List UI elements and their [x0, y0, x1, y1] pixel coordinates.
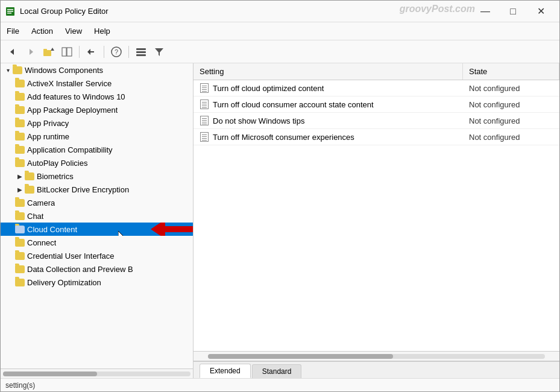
menu-view[interactable]: View	[59, 24, 88, 38]
folder-icon-app-privacy	[15, 118, 25, 128]
folder-icon-data-collection	[15, 264, 25, 274]
tree-item-camera[interactable]: Camera	[1, 196, 193, 209]
tree-item-biometrics[interactable]: ▶ Biometrics	[1, 169, 193, 183]
window-title: Local Group Policy Editor	[20, 7, 109, 16]
table-row[interactable]: Turn off cloud consumer account state co…	[193, 96, 559, 113]
up-button[interactable]	[40, 43, 57, 60]
svg-rect-15	[136, 48, 146, 50]
setting-header-cell: Setting	[193, 63, 463, 80]
back-button[interactable]	[4, 43, 21, 60]
tree-item-add-features[interactable]: Add features to Windows 10	[1, 90, 193, 103]
root-folder-icon	[13, 65, 22, 75]
folder-icon-bitlocker	[25, 185, 34, 194]
toolbar-separator-1	[79, 46, 80, 58]
tree-root-item[interactable]: ▾ Windows Components	[1, 63, 193, 77]
folder-icon-add-features	[15, 92, 25, 101]
status-bar: setting(s)	[1, 378, 559, 391]
tab-extended[interactable]: Extended	[200, 364, 251, 378]
main-content: ▾ Windows Components ActiveX Installer S…	[1, 63, 559, 378]
tab-standard[interactable]: Standard	[252, 364, 302, 378]
tree-item-delivery-opt[interactable]: Delivery Optimization	[1, 276, 193, 289]
setting-name-1: Turn off cloud consumer account state co…	[193, 96, 463, 112]
tree-label-bitlocker: BitLocker Drive Encryption	[37, 185, 129, 194]
svg-marker-5	[30, 49, 33, 55]
folder-icon-app-compat	[15, 145, 25, 154]
folder-icon-cloud-content	[15, 224, 25, 234]
menu-action[interactable]: Action	[25, 24, 59, 38]
folder-icon-activex	[15, 78, 25, 88]
settings-header: Setting State	[193, 63, 559, 80]
tree-label-app-privacy: App Privacy	[27, 119, 69, 128]
tree-label-app-runtime: App runtime	[27, 132, 69, 141]
policy-icon-0	[200, 83, 209, 93]
svg-marker-8	[51, 48, 54, 51]
policy-icon-2	[200, 116, 209, 125]
biometrics-expander: ▶	[15, 171, 25, 181]
forward-button[interactable]	[22, 43, 39, 60]
policy-icon-3	[200, 132, 209, 142]
svg-marker-18	[155, 48, 163, 56]
tree-item-app-compat[interactable]: Application Compatibility	[1, 143, 193, 156]
right-scrollbar-area[interactable]	[193, 352, 559, 361]
tree-item-app-package[interactable]: App Package Deployment	[1, 103, 193, 116]
table-row[interactable]: Turn off Microsoft consumer experiences …	[193, 129, 559, 145]
view-button[interactable]	[133, 43, 149, 60]
filter-button[interactable]	[151, 43, 168, 60]
tree-item-data-collection[interactable]: Data Collection and Preview B	[1, 262, 193, 276]
setting-state-1: Not configured	[463, 97, 559, 112]
tree-item-autoplay[interactable]: AutoPlay Policies	[1, 156, 193, 169]
toolbar-separator-3	[128, 46, 129, 58]
bitlocker-expander: ▶	[15, 185, 25, 194]
minimize-button[interactable]: —	[471, 2, 499, 21]
tree-item-bitlocker[interactable]: ▶ BitLocker Drive Encryption	[1, 183, 193, 196]
svg-rect-2	[7, 11, 13, 12]
tree-item-app-runtime[interactable]: App runtime	[1, 130, 193, 143]
folder-icon-app-package	[15, 105, 25, 115]
tree-hscroll-track[interactable]	[3, 371, 190, 376]
status-text: setting(s)	[5, 381, 35, 390]
tree-label-data-collection: Data Collection and Preview B	[27, 265, 133, 274]
tree-label-connect: Connect	[27, 238, 56, 247]
folder-icon-camera	[15, 198, 25, 207]
table-row[interactable]: Turn off cloud optimized content Not con…	[193, 80, 559, 96]
maximize-button[interactable]: □	[499, 2, 527, 21]
svg-rect-7	[43, 49, 47, 51]
tree-hscroll-thumb	[3, 371, 97, 376]
tree-scrollbar[interactable]	[1, 368, 193, 378]
close-button[interactable]: ✕	[527, 2, 555, 21]
back-nav-button[interactable]	[83, 43, 100, 60]
svg-rect-9	[62, 48, 66, 56]
svg-rect-10	[67, 48, 72, 56]
tree-item-chat[interactable]: Chat	[1, 209, 193, 223]
tree-item-app-privacy[interactable]: App Privacy	[1, 116, 193, 130]
show-hide-button[interactable]	[58, 43, 75, 60]
window-controls: — □ ✕	[471, 2, 555, 21]
right-bottom: Extended Standard	[193, 351, 559, 378]
folder-icon-autoplay	[15, 158, 25, 168]
toolbar: ?	[1, 40, 559, 63]
tree-item-cloud-content[interactable]: Cloud Content	[1, 223, 193, 236]
root-expander: ▾	[3, 65, 13, 75]
state-header-cell: State	[463, 63, 559, 80]
svg-rect-16	[136, 51, 146, 53]
settings-table[interactable]: Setting State Turn off cloud optimized c…	[193, 63, 559, 351]
tree-label-chat: Chat	[27, 212, 43, 221]
tree-item-connect[interactable]: Connect	[1, 236, 193, 249]
setting-name-0: Turn off cloud optimized content	[193, 80, 463, 96]
help-button[interactable]: ?	[108, 43, 125, 60]
right-hscroll-track[interactable]	[208, 354, 545, 359]
tree-item-activex[interactable]: ActiveX Installer Service	[1, 77, 193, 90]
svg-text:?: ?	[115, 48, 118, 55]
menu-file[interactable]: File	[1, 24, 25, 38]
table-row[interactable]: Do not show Windows tips Not configured	[193, 113, 559, 129]
svg-rect-17	[136, 54, 146, 56]
menu-help[interactable]: Help	[88, 24, 116, 38]
right-hscroll-thumb	[208, 354, 393, 359]
right-panel: Setting State Turn off cloud optimized c…	[193, 63, 559, 378]
tree-root-label: Windows Components	[25, 66, 103, 75]
tree-scroll[interactable]: ▾ Windows Components ActiveX Installer S…	[1, 63, 193, 368]
tree-label-app-package: App Package Deployment	[27, 106, 118, 115]
setting-name-3: Turn off Microsoft consumer experiences	[193, 129, 463, 145]
svg-rect-3	[7, 13, 11, 14]
tree-item-credential[interactable]: Credential User Interface	[1, 249, 193, 262]
